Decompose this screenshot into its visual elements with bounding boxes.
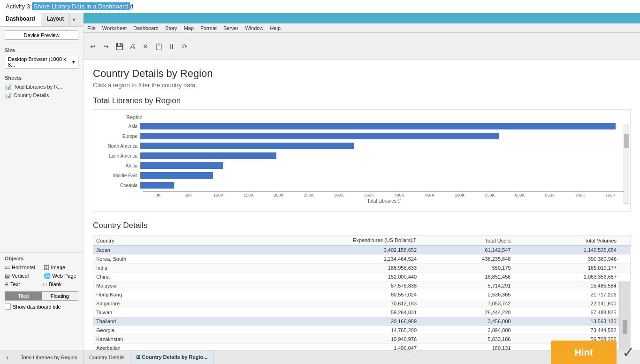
cell-volumes: 22,141,600 bbox=[513, 299, 619, 308]
x-tick-650: 650K bbox=[535, 192, 565, 197]
menu-worksheet[interactable]: Worksheet bbox=[102, 25, 127, 31]
toolbar-pause[interactable]: ⏸ bbox=[166, 41, 177, 52]
bottom-prev-btn[interactable]: ‹ bbox=[0, 350, 15, 364]
cell-scroll bbox=[619, 264, 630, 273]
table-row: Japan 3,402,158,652 61,142,547 1,140,535… bbox=[93, 246, 630, 255]
menu-file[interactable]: File bbox=[87, 25, 96, 31]
bottom-tab-total-libraries[interactable]: Total Libraries by Region bbox=[15, 350, 84, 364]
dashboard-subtitle: Click a region to filter the country dat… bbox=[93, 82, 631, 89]
tab-dashboard[interactable]: Dashboard bbox=[0, 13, 41, 26]
col-scrollbar bbox=[619, 235, 630, 246]
chart-title: Total Libraries by Region bbox=[93, 96, 631, 106]
toolbar-print[interactable]: 🖨 bbox=[127, 41, 138, 52]
bottom-tab-label-3: ⊞ Country Details by Regio... bbox=[136, 354, 207, 360]
hint-button[interactable]: Hint bbox=[551, 341, 617, 364]
toolbar-save[interactable]: 💾 bbox=[114, 41, 125, 52]
cell-users: 2,536,365 bbox=[419, 290, 513, 299]
object-text[interactable]: A Text bbox=[5, 281, 40, 288]
bar-row-oceania: Oceania bbox=[98, 181, 625, 190]
bottom-tab-country-details-region[interactable]: ⊞ Country Details by Regio... bbox=[130, 350, 213, 364]
menu-window[interactable]: Window bbox=[245, 25, 263, 31]
menu-story[interactable]: Story bbox=[165, 25, 177, 31]
webpage-icon: 🌐 bbox=[44, 273, 51, 279]
object-horizontal[interactable]: ▭ Horizontal bbox=[5, 264, 40, 271]
toolbar-undo[interactable]: ↩ bbox=[87, 41, 99, 52]
bar-row-middle-east: Middle East bbox=[98, 171, 625, 180]
tiled-btn[interactable]: Tiled bbox=[5, 292, 42, 300]
chart-scrollbar-thumb[interactable] bbox=[624, 134, 629, 148]
cell-expenditures: 1,234,464,524 bbox=[229, 255, 419, 264]
objects-label: Objects bbox=[5, 256, 78, 261]
object-blank[interactable]: □ Blank bbox=[44, 281, 79, 288]
sheets-label: Sheets bbox=[5, 75, 78, 81]
bottom-tab-country-details[interactable]: Country Details bbox=[84, 350, 130, 364]
size-dropdown[interactable]: Desktop Browser (1000 x 8... ▾ bbox=[5, 55, 78, 69]
tiled-floating-toggle: Tiled Floating bbox=[5, 291, 78, 301]
table-row: Georgia 14,765,200 2,894,000 73,444,582 bbox=[93, 326, 630, 335]
activity-bar: Activity 3: Share Library Data in a Dash… bbox=[0, 0, 640, 13]
bar-track-north-america bbox=[140, 143, 625, 149]
cell-expenditures: 87,578,838 bbox=[229, 281, 419, 290]
objects-section: Objects ▭ Horizontal 🖼 Image ▤ Vertical … bbox=[0, 252, 83, 312]
menu-dashboard[interactable]: Dashboard bbox=[133, 25, 159, 31]
table-row: China 152,000,440 16,852,456 1,063,356,6… bbox=[93, 273, 630, 281]
table-title: Country Details bbox=[93, 221, 631, 230]
sheet-item-country-details[interactable]: 📊 Country Details bbox=[5, 91, 78, 99]
bar-label-middle-east: Middle East bbox=[98, 173, 140, 178]
cell-users: 550,179 bbox=[419, 264, 513, 273]
menu-help[interactable]: Help bbox=[270, 25, 281, 31]
col-users: Total Users bbox=[419, 235, 513, 246]
cell-expenditures: 14,765,200 bbox=[229, 326, 419, 335]
sheet-name-1: Total Libraries by R... bbox=[14, 84, 62, 90]
table-scrollbar[interactable] bbox=[619, 281, 630, 350]
cell-volumes: 21,717,206 bbox=[513, 290, 619, 299]
x-tick-600: 600K bbox=[505, 192, 535, 197]
cell-country: Taiwan bbox=[93, 308, 229, 317]
objects-container: Objects ▭ Horizontal 🖼 Image ▤ Vertical … bbox=[0, 252, 83, 312]
x-tick-350: 350K bbox=[354, 192, 384, 197]
sheet-name-2: Country Details bbox=[14, 92, 49, 98]
cell-country: Georgia bbox=[93, 326, 229, 335]
menu-bar: File Worksheet Dashboard Story Map Forma… bbox=[84, 23, 640, 33]
chart-scrollbar[interactable] bbox=[624, 124, 629, 204]
menu-format[interactable]: Format bbox=[200, 25, 217, 31]
device-preview-button[interactable]: Device Preview bbox=[5, 30, 78, 40]
activity-suffix: d bbox=[130, 3, 133, 10]
data-table: Country Expenditures (US Dollars)ℱ Total… bbox=[93, 235, 630, 350]
cell-scroll bbox=[619, 273, 630, 281]
toolbar-clear[interactable]: ✕ bbox=[140, 41, 151, 52]
x-tick-0: 0K bbox=[143, 192, 173, 197]
floating-btn[interactable]: Floating bbox=[42, 292, 78, 300]
bar-row-asia: Asia bbox=[98, 122, 625, 130]
chart-container: Region Asia Europe North America bbox=[93, 109, 631, 212]
cell-volumes: 73,444,582 bbox=[513, 326, 619, 335]
text-icon: A bbox=[5, 281, 8, 288]
toolbar-refresh[interactable]: ⟳ bbox=[179, 41, 190, 52]
toolbar-redo[interactable]: ↪ bbox=[100, 41, 112, 52]
show-title-label: Show dashboard title bbox=[13, 304, 61, 310]
bar-fill-oceania bbox=[140, 182, 174, 189]
menu-server[interactable]: Server bbox=[223, 25, 238, 31]
cell-country: China bbox=[93, 273, 229, 281]
bar-row-africa: Africa bbox=[98, 161, 625, 170]
bar-track-asia bbox=[140, 123, 625, 129]
sheet-item-total-libraries[interactable]: 📊 Total Libraries by R... bbox=[5, 83, 78, 91]
cell-users: 61,142,547 bbox=[419, 246, 513, 255]
table-row: Azerbaijan 1,490,047 180,131 59,502,341 bbox=[93, 344, 630, 350]
size-value: Desktop Browser (1000 x 8... bbox=[8, 56, 72, 68]
sidebar-options-btn[interactable]: • bbox=[70, 13, 78, 26]
toolbar-data[interactable]: 📋 bbox=[153, 41, 164, 52]
cell-country: Singapore bbox=[93, 299, 229, 308]
x-tick-700: 700K bbox=[565, 192, 595, 197]
bar-label-latin-america: Latin America bbox=[98, 153, 140, 159]
menu-map[interactable]: Map bbox=[184, 25, 194, 31]
bar-row-latin-america: Latin America bbox=[98, 152, 625, 160]
check-button[interactable]: ✓ bbox=[617, 341, 640, 364]
cell-expenditures: 186,956,633 bbox=[229, 264, 419, 273]
object-webpage[interactable]: 🌐 Web Page bbox=[44, 273, 79, 279]
object-image[interactable]: 🖼 Image bbox=[44, 264, 79, 271]
object-vertical[interactable]: ▤ Vertical bbox=[5, 273, 40, 279]
show-title-checkbox[interactable] bbox=[5, 303, 11, 310]
x-tick-550: 550K bbox=[475, 192, 505, 197]
tab-layout[interactable]: Layout bbox=[41, 13, 70, 26]
